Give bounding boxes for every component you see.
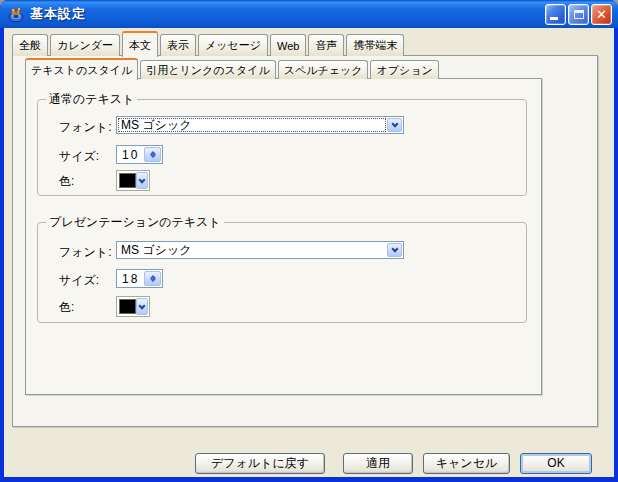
minimize-button[interactable] (545, 4, 566, 25)
tab-body-text[interactable]: 本文 (122, 31, 158, 57)
tab-calendar[interactable]: カレンダー (50, 34, 120, 56)
color-swatch (119, 173, 136, 188)
minimize-icon (550, 17, 558, 20)
app-icon (7, 5, 25, 23)
chevron-down-icon (138, 176, 145, 183)
spinner-buttons[interactable] (144, 271, 161, 286)
color-label: 色: (59, 173, 74, 190)
tab-display[interactable]: 表示 (160, 34, 196, 56)
tab-general[interactable]: 全般 (12, 34, 48, 56)
tab-web[interactable]: Web (270, 34, 306, 56)
chevron-down-icon (391, 245, 398, 252)
size-label: サイズ: (59, 272, 99, 289)
tab-spell-check[interactable]: スペルチェック (278, 60, 369, 79)
presentation-font-select[interactable]: MS ゴシック (116, 241, 404, 259)
maximize-icon (574, 10, 584, 19)
primary-tab-bar: 全般 カレンダー 本文 表示 メッセージ Web 音声 携帯端末 (12, 30, 406, 56)
color-swatch (119, 299, 136, 314)
dropdown-button[interactable] (136, 172, 148, 189)
close-icon: ✕ (592, 6, 611, 24)
preferences-dialog: 基本設定 ✕ 全般 カレンダー 本文 表示 メッセージ Web 音声 携帯端末 … (0, 0, 618, 482)
secondary-tab-bar: テキストのスタイル 引用とリンクのスタイル スペルチェック オプション (25, 58, 441, 79)
presentation-text-group: プレゼンテーションのテキスト フォント: MS ゴシック サイズ: 18 色: (37, 222, 527, 323)
cancel-button[interactable]: キャンセル (423, 453, 510, 474)
dropdown-button[interactable] (387, 118, 402, 132)
presentation-size-value: 18 (122, 271, 139, 287)
presentation-size-spinner[interactable]: 18 (116, 269, 163, 288)
color-label: 色: (59, 299, 74, 316)
tab-audio[interactable]: 音声 (308, 34, 344, 56)
size-label: サイズ: (59, 148, 99, 165)
titlebar[interactable]: 基本設定 ✕ (0, 0, 618, 28)
chevron-down-icon (150, 276, 156, 282)
close-button[interactable]: ✕ (591, 4, 612, 25)
normal-size-value: 10 (122, 147, 139, 163)
presentation-text-group-title: プレゼンテーションのテキスト (46, 215, 224, 229)
tab-message[interactable]: メッセージ (198, 34, 268, 56)
tab-options[interactable]: オプション (370, 60, 438, 79)
normal-font-value: MS ゴシック (121, 118, 191, 133)
normal-text-group-title: 通常のテキスト (46, 92, 137, 106)
dropdown-button[interactable] (387, 243, 402, 257)
ok-button[interactable]: OK (520, 453, 592, 474)
reset-defaults-button[interactable]: デフォルトに戻す (195, 453, 325, 474)
font-label: フォント: (59, 244, 111, 261)
presentation-font-value: MS ゴシック (121, 243, 191, 258)
normal-font-select[interactable]: MS ゴシック (116, 116, 404, 134)
window-title: 基本設定 (30, 5, 86, 23)
chevron-down-icon (391, 120, 398, 127)
tab-mobile[interactable]: 携帯端末 (346, 34, 404, 56)
presentation-color-picker[interactable] (116, 296, 150, 317)
dropdown-button[interactable] (136, 298, 148, 315)
normal-size-spinner[interactable]: 10 (116, 145, 163, 164)
window-controls: ✕ (545, 4, 612, 25)
normal-text-group: 通常のテキスト フォント: MS ゴシック サイズ: 10 色: (37, 99, 527, 196)
font-label: フォント: (59, 119, 111, 136)
spinner-buttons[interactable] (144, 147, 161, 162)
apply-button[interactable]: 適用 (343, 453, 413, 474)
chevron-down-icon (138, 302, 145, 309)
maximize-button[interactable] (568, 4, 589, 25)
tab-text-style[interactable]: テキストのスタイル (25, 58, 138, 80)
chevron-down-icon (150, 152, 156, 158)
normal-color-picker[interactable] (116, 170, 150, 191)
tab-quote-link-style[interactable]: 引用とリンクのスタイル (140, 60, 275, 79)
